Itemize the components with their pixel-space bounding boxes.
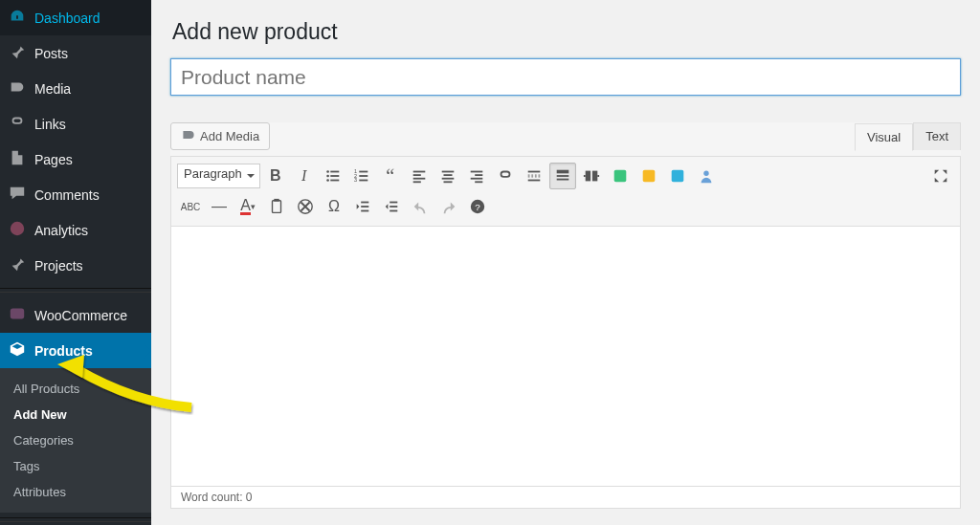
user-button[interactable] [693, 163, 720, 189]
sidebar-label: Analytics [34, 223, 88, 238]
paste-text-button[interactable] [263, 193, 290, 220]
svg-rect-30 [556, 175, 568, 177]
sidebar-separator [0, 517, 151, 522]
sidebar-label: Posts [34, 46, 68, 61]
sidebar-item-dashboard[interactable]: Dashboard [0, 0, 151, 35]
link-icon [8, 114, 27, 134]
svg-rect-27 [527, 175, 540, 177]
sidebar-item-media[interactable]: Media [0, 71, 151, 106]
svg-rect-36 [671, 170, 683, 183]
redo-button[interactable] [435, 193, 462, 220]
svg-rect-31 [556, 179, 568, 181]
readmore-button[interactable] [521, 163, 547, 189]
svg-rect-3 [330, 171, 339, 173]
gallery-orange-button[interactable] [635, 163, 662, 189]
media-icon [8, 78, 27, 98]
editor-tabs: Visual Text [855, 122, 961, 150]
sidebar-label: Dashboard [34, 11, 100, 26]
sidebar-item-comments[interactable]: Comments [0, 177, 151, 212]
editor-card: Add Media Visual Text Paragraph B I 123 … [170, 122, 961, 509]
italic-button[interactable]: I [291, 163, 318, 189]
gallery-green-button[interactable] [607, 163, 634, 189]
gallery-blue-button[interactable] [664, 163, 691, 189]
sidebar-label: Media [34, 81, 71, 97]
svg-rect-20 [441, 178, 454, 180]
ol-button[interactable]: 123 [348, 163, 375, 189]
indent-button[interactable] [378, 193, 405, 220]
svg-rect-25 [475, 181, 482, 183]
svg-rect-13 [359, 180, 368, 182]
strike-button[interactable]: ABC [177, 193, 204, 220]
page-title: Add new product [172, 19, 961, 45]
hr-button[interactable]: — [206, 193, 233, 220]
svg-rect-32 [585, 171, 590, 182]
ul-button[interactable] [320, 163, 346, 189]
format-select[interactable]: Paragraph [177, 164, 260, 188]
toolbar-toggle-button[interactable] [549, 163, 576, 189]
svg-rect-11 [359, 175, 368, 177]
word-count: Word count: 0 [170, 487, 961, 509]
svg-text:3: 3 [354, 177, 357, 183]
submenu-item-add-new[interactable]: Add New [0, 402, 151, 427]
submenu-item-all-products[interactable]: All Products [0, 376, 151, 402]
svg-rect-21 [443, 181, 452, 183]
tab-visual[interactable]: Visual [855, 123, 913, 151]
blockquote-button[interactable]: “ [377, 163, 404, 189]
textcolor-button[interactable]: A▾ [234, 193, 261, 220]
outdent-button[interactable] [349, 193, 376, 220]
sidebar-label: WooCommerce [34, 308, 127, 323]
submenu-item-attributes[interactable]: Attributes [0, 479, 151, 505]
sidebar-separator [0, 288, 151, 293]
svg-rect-45 [390, 206, 397, 208]
svg-point-0 [11, 222, 24, 235]
bold-button[interactable]: B [262, 163, 289, 189]
submenu-item-categories[interactable]: Categories [0, 427, 151, 453]
svg-point-4 [326, 175, 329, 178]
align-center-button[interactable] [434, 163, 461, 189]
comment-icon [8, 185, 27, 205]
sidebar-item-analytics[interactable]: Analytics [0, 212, 151, 248]
svg-point-37 [703, 171, 708, 176]
svg-rect-38 [273, 201, 281, 213]
sidebar-item-links[interactable]: Links [0, 106, 151, 142]
sidebar-label: Pages [34, 152, 73, 167]
sidebar-label: Projects [34, 258, 83, 273]
svg-rect-5 [330, 175, 339, 177]
svg-rect-29 [556, 170, 568, 174]
svg-rect-23 [475, 174, 482, 176]
svg-text:?: ? [475, 202, 480, 212]
tab-text[interactable]: Text [913, 122, 961, 150]
sidebar-label: Links [34, 117, 66, 132]
svg-rect-1 [11, 309, 24, 319]
product-name-input[interactable] [170, 58, 961, 96]
svg-rect-39 [274, 199, 278, 202]
sidebar-item-posts[interactable]: Posts [0, 35, 151, 71]
align-right-button[interactable] [463, 163, 490, 189]
clear-format-button[interactable] [292, 193, 319, 220]
sidebar-item-projects[interactable]: Projects [0, 248, 151, 283]
woo-icon [8, 305, 27, 325]
align-left-button[interactable] [406, 163, 433, 189]
pin-icon [8, 255, 27, 275]
svg-rect-35 [642, 170, 655, 183]
svg-rect-46 [390, 210, 397, 212]
fullscreen-button[interactable] [927, 163, 954, 189]
sidebar-item-pages[interactable]: Pages [0, 142, 151, 177]
svg-point-6 [326, 179, 329, 182]
special-char-button[interactable]: Ω [321, 193, 347, 220]
pin-icon [8, 43, 27, 63]
submenu-item-tags[interactable]: Tags [0, 453, 151, 479]
editor-textarea[interactable] [170, 227, 961, 487]
add-media-button[interactable]: Add Media [170, 122, 270, 150]
help-button[interactable]: ? [464, 193, 491, 220]
svg-rect-43 [361, 210, 368, 212]
sidebar-label: Comments [34, 187, 100, 203]
columns-button[interactable] [578, 163, 605, 189]
analytics-icon [8, 220, 27, 240]
undo-button[interactable] [407, 193, 434, 220]
svg-rect-26 [527, 171, 540, 173]
sidebar-item-products[interactable]: Products [0, 333, 151, 368]
link-button[interactable] [492, 163, 519, 189]
editor-toolbar: Paragraph B I 123 “ [170, 156, 961, 227]
sidebar-item-woocommerce[interactable]: WooCommerce [0, 297, 151, 333]
